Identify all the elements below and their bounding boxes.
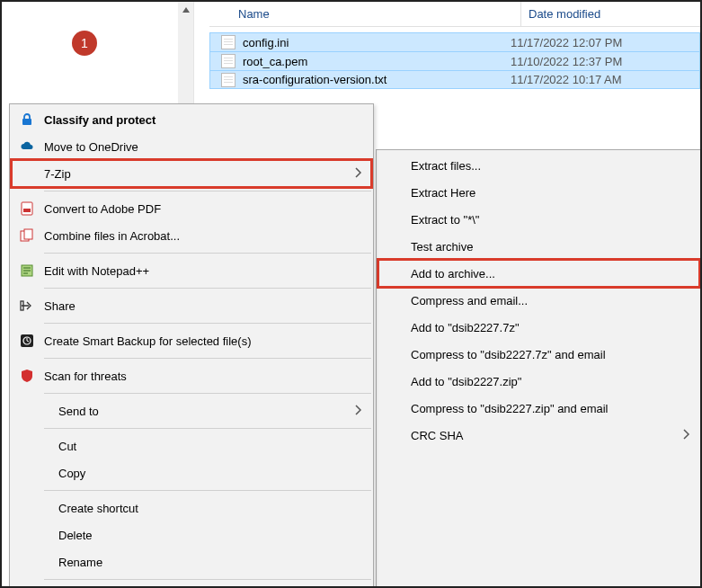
menu-7zip[interactable]: 7-Zip [12, 160, 371, 187]
submenu-extract-files[interactable]: Extract files... [378, 152, 699, 179]
menu-label: Combine files in Acrobat... [44, 229, 362, 243]
menu-separator [44, 358, 371, 359]
file-date: 11/10/2022 12:37 PM [511, 55, 622, 68]
menu-label: Extract Here [411, 186, 690, 200]
menu-label: Create Smart Backup for selected file(s) [44, 334, 362, 348]
menu-combine-acrobat[interactable]: Combine files in Acrobat... [12, 222, 371, 249]
menu-label: Move to OneDrive [44, 140, 362, 154]
menu-label: Extract files... [411, 159, 690, 173]
file-icon [221, 35, 235, 49]
menu-label: Rename [58, 556, 362, 569]
menu-label: Add to "dsib2227.zip" [411, 375, 690, 388]
menu-label: Share [44, 299, 362, 313]
share-icon [19, 298, 35, 314]
annotation-badge: 1 [72, 31, 97, 56]
chevron-right-icon [355, 167, 362, 181]
menu-label: Scan for threats [44, 370, 362, 383]
submenu-compress-zip-email[interactable]: Compress to "dsib2227.zip" and email [378, 395, 699, 422]
file-name: config.ini [243, 36, 511, 49]
menu-send-to[interactable]: Send to [12, 397, 371, 424]
menu-create-shortcut[interactable]: Create shortcut [12, 494, 371, 521]
chevron-right-icon [683, 429, 690, 442]
menu-separator [44, 490, 371, 491]
menu-move-onedrive[interactable]: Move to OneDrive [12, 133, 371, 160]
menu-separator [44, 191, 371, 192]
menu-label: Copy [58, 467, 362, 480]
chevron-right-icon [355, 405, 362, 418]
file-rows: config.ini 11/17/2022 12:07 PM root_ca.p… [209, 27, 700, 89]
file-icon [221, 73, 235, 87]
menu-convert-pdf[interactable]: Convert to Adobe PDF [12, 195, 371, 222]
svg-rect-0 [22, 119, 31, 125]
file-row[interactable]: root_ca.pem 11/10/2022 12:37 PM [209, 51, 700, 70]
submenu-extract-here[interactable]: Extract Here [378, 179, 699, 206]
menu-properties[interactable]: Properties [12, 584, 371, 588]
menu-label: 7-Zip [44, 167, 355, 181]
column-headers[interactable]: Name Date modified [209, 2, 700, 27]
submenu-extract-to[interactable]: Extract to "*\" [378, 206, 699, 233]
menu-separator [44, 428, 371, 429]
menu-separator [44, 253, 371, 254]
file-date: 11/17/2022 12:07 PM [511, 36, 622, 49]
blank-icon [19, 165, 35, 182]
menu-separator [44, 288, 371, 289]
menu-label: CRC SHA [411, 429, 683, 442]
menu-label: Compress to "dsib2227.7z" and email [411, 348, 690, 361]
context-menu: Classify and protect Move to OneDrive 7-… [9, 103, 374, 588]
menu-separator [44, 393, 371, 394]
menu-separator [44, 579, 371, 580]
menu-rename[interactable]: Rename [12, 548, 371, 575]
menu-label: Add to archive... [411, 267, 690, 281]
pdf-icon [19, 200, 35, 217]
menu-label: Compress and email... [411, 294, 690, 307]
menu-smart-backup[interactable]: Create Smart Backup for selected file(s) [12, 327, 371, 354]
menu-share[interactable]: Share [12, 292, 371, 319]
menu-classify-protect[interactable]: Classify and protect [12, 106, 371, 133]
scroll-up-icon[interactable] [178, 2, 193, 17]
menu-label: Test archive [411, 240, 690, 254]
menu-label: Delete [58, 529, 362, 542]
file-icon [221, 54, 235, 68]
file-date: 11/17/2022 10:17 AM [511, 73, 622, 86]
menu-label: Edit with Notepad++ [44, 264, 362, 278]
menu-label: Cut [58, 440, 362, 453]
combine-icon [19, 227, 35, 244]
submenu-test-archive[interactable]: Test archive [378, 233, 699, 260]
menu-label: Send to [58, 405, 355, 418]
submenu-7zip: Extract files... Extract Here Extract to… [376, 149, 702, 588]
file-name: sra-configuration-version.txt [243, 73, 511, 86]
file-row[interactable]: sra-configuration-version.txt 11/17/2022… [209, 70, 700, 89]
menu-label: Extract to "*\" [411, 213, 690, 227]
notepad-icon [19, 263, 35, 279]
menu-copy[interactable]: Copy [12, 459, 371, 486]
file-row[interactable]: config.ini 11/17/2022 12:07 PM [209, 32, 700, 51]
svg-rect-2 [23, 209, 31, 212]
lock-icon [19, 111, 35, 128]
menu-label: Add to "dsib2227.7z" [411, 321, 690, 334]
menu-scan-threats[interactable]: Scan for threats [12, 362, 371, 389]
svg-rect-4 [24, 229, 32, 239]
menu-label: Compress to "dsib2227.zip" and email [411, 402, 690, 415]
submenu-add-archive[interactable]: Add to archive... [378, 260, 699, 287]
submenu-crc-sha[interactable]: CRC SHA [378, 422, 699, 449]
submenu-add-zip[interactable]: Add to "dsib2227.zip" [378, 368, 699, 395]
submenu-add-7z[interactable]: Add to "dsib2227.7z" [378, 314, 699, 341]
menu-cut[interactable]: Cut [12, 432, 371, 459]
submenu-compress-7z-email[interactable]: Compress to "dsib2227.7z" and email [378, 341, 699, 368]
menu-separator [44, 323, 371, 324]
cloud-icon [19, 138, 35, 155]
menu-label: Create shortcut [58, 502, 362, 515]
shield-icon [19, 368, 35, 384]
column-date[interactable]: Date modified [520, 2, 700, 26]
menu-label: Convert to Adobe PDF [44, 202, 362, 216]
column-name[interactable]: Name [238, 7, 520, 21]
backup-icon [19, 333, 35, 349]
menu-edit-notepad[interactable]: Edit with Notepad++ [12, 257, 371, 284]
submenu-compress-email[interactable]: Compress and email... [378, 287, 699, 314]
menu-delete[interactable]: Delete [12, 521, 371, 548]
file-name: root_ca.pem [243, 55, 511, 68]
menu-label: Classify and protect [44, 113, 362, 127]
